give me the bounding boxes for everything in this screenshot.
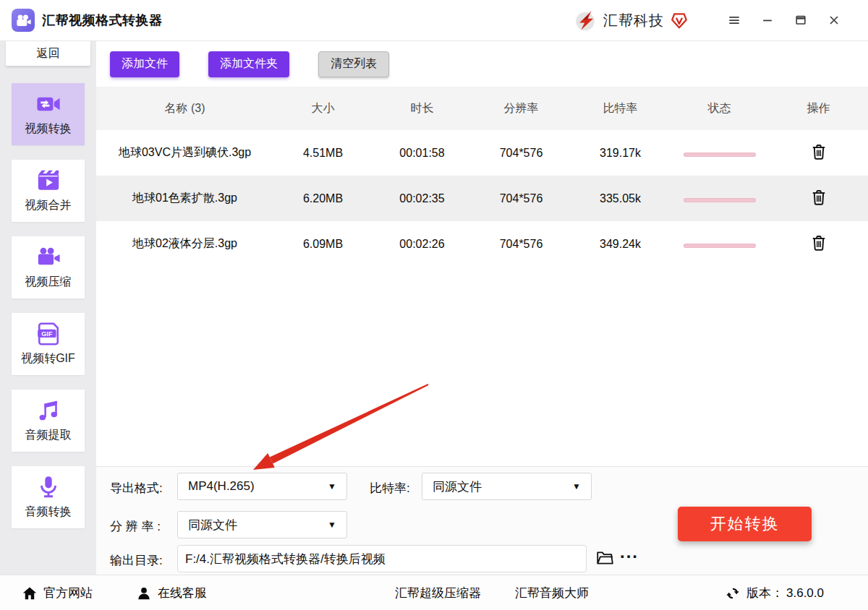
open-folder-icon[interactable] (595, 549, 614, 567)
trash-icon[interactable] (810, 143, 827, 160)
app-title: 汇帮视频格式转换器 (42, 12, 163, 29)
sidebar-item-video-convert[interactable]: 视频转换 (12, 83, 85, 145)
output-dir-label: 输出目录: (110, 552, 163, 569)
gif-file-icon: GIF (36, 322, 61, 346)
progress-bar (684, 244, 756, 248)
app-window: 汇帮视频格式转换器 汇帮科技 (0, 0, 868, 610)
bitrate-dropdown[interactable]: 同源文件 ▼ (422, 473, 592, 500)
sidebar-item-label: 视频转换 (25, 121, 72, 137)
sidebar-item-label: 视频转GIF (21, 351, 75, 366)
add-folder-button[interactable]: 添加文件夹 (208, 51, 289, 77)
start-convert-button[interactable]: 开始转换 (678, 507, 812, 541)
brand-logo-icon (573, 8, 597, 33)
audio-master-link[interactable]: 汇帮音频大师 (515, 575, 589, 610)
titlebar: 汇帮视频格式转换器 汇帮科技 (0, 0, 868, 41)
file-size: 4.51MB (273, 147, 373, 160)
file-resolution: 704*576 (472, 192, 571, 205)
app-logo-icon (12, 9, 35, 32)
file-bitrate: 335.05k (571, 192, 670, 205)
file-bitrate: 349.24k (571, 238, 670, 251)
bitrate-label: 比特率: (370, 480, 410, 497)
column-header: 名称 (3) (96, 101, 273, 116)
file-size: 6.20MB (273, 192, 373, 205)
close-button[interactable] (817, 6, 851, 35)
toolbar: 添加文件 添加文件夹 清空列表 (96, 41, 868, 87)
table-row[interactable]: 地球01色素扩散.3gp6.20MB00:02:35704*576335.05k (96, 176, 868, 221)
file-resolution: 704*576 (472, 238, 571, 251)
clear-list-button[interactable]: 清空列表 (318, 51, 389, 77)
footer: 官方网站 在线客服 汇帮超级压缩器 汇帮音频大师 版本： 3.6.0.0 (0, 575, 868, 610)
file-duration: 00:02:26 (373, 238, 472, 251)
file-duration: 00:01:58 (373, 147, 472, 160)
sidebar: 返回 视频转换视频合并视频压缩GIF视频转GIF音频提取音频转换 (0, 41, 96, 575)
brand-name: 汇帮科技 (603, 11, 664, 30)
official-site-link[interactable]: 官方网站 (22, 575, 93, 610)
svg-text:GIF: GIF (41, 330, 53, 338)
sidebar-item-label: 音频转换 (25, 504, 72, 520)
sidebar-item-label: 音频提取 (25, 428, 72, 443)
version-info[interactable]: 版本： 3.6.0.0 (725, 575, 824, 610)
maximize-button[interactable] (784, 6, 817, 35)
file-table-body: 地球03VC片遇到碘伏.3gp4.51MB00:01:58704*576319.… (96, 130, 868, 267)
column-header: 时长 (373, 101, 472, 116)
conversion-settings-panel: 导出格式: MP4(H.265) ▼ 比特率: 同源文件 ▼ 分 辨 率 : 同… (96, 466, 868, 575)
sidebar-item-audio-convert[interactable]: 音频转换 (12, 466, 85, 528)
file-bitrate: 319.17k (571, 147, 670, 160)
file-duration: 00:02:35 (373, 192, 472, 205)
main-panel: 添加文件 添加文件夹 清空列表 名称 (3)大小时长分辨率比特率状态操作 地球0… (96, 41, 868, 575)
sidebar-item-audio-extract[interactable]: 音频提取 (12, 390, 85, 452)
resolution-label: 分 辨 率 : (110, 518, 161, 535)
online-service-link[interactable]: 在线客服 (136, 575, 207, 610)
add-file-button[interactable]: 添加文件 (110, 51, 179, 77)
refresh-icon (725, 585, 741, 601)
table-row[interactable]: 地球03VC片遇到碘伏.3gp4.51MB00:01:58704*576319.… (96, 130, 868, 176)
progress-bar (684, 152, 756, 157)
home-icon (22, 585, 38, 601)
sidebar-item-video-compress[interactable]: 视频压缩 (12, 236, 85, 298)
file-name: 地球03VC片遇到碘伏.3gp (96, 145, 273, 160)
video-compress-icon (36, 245, 61, 270)
chevron-down-icon: ▼ (572, 481, 581, 491)
trash-icon[interactable] (810, 189, 827, 206)
sidebar-item-label: 视频压缩 (25, 275, 72, 290)
file-name: 地球02液体分层.3gp (96, 236, 273, 252)
table-header: 名称 (3)大小时长分辨率比特率状态操作 (96, 87, 868, 130)
sidebar-item-video-to-gif[interactable]: GIF视频转GIF (12, 313, 85, 375)
chevron-down-icon: ▼ (328, 481, 336, 491)
column-header: 分辨率 (472, 101, 571, 116)
browse-more-button[interactable]: ... (620, 542, 639, 562)
video-convert-icon (36, 92, 61, 116)
version-label: 版本： (746, 585, 783, 601)
person-icon (136, 585, 152, 601)
version-value: 3.6.0.0 (786, 586, 824, 601)
column-header: 状态 (670, 101, 769, 116)
column-header: 操作 (769, 101, 868, 116)
video-merge-icon (36, 168, 61, 193)
resolution-dropdown[interactable]: 同源文件 ▼ (177, 511, 347, 538)
back-button[interactable]: 返回 (6, 41, 90, 66)
music-note-icon (36, 398, 61, 423)
output-dir-field[interactable]: F:/4.汇帮视频格式转换器/转换后视频 (177, 545, 587, 572)
file-size: 6.09MB (273, 238, 373, 251)
sidebar-item-label: 视频合并 (25, 198, 72, 213)
file-name: 地球01色素扩散.3gp (96, 191, 273, 206)
trash-icon[interactable] (810, 234, 827, 252)
column-header: 大小 (273, 101, 373, 116)
sidebar-item-video-merge[interactable]: 视频合并 (12, 160, 85, 222)
file-resolution: 704*576 (472, 147, 571, 160)
export-format-label: 导出格式: (110, 480, 163, 497)
export-format-dropdown[interactable]: MP4(H.265) ▼ (177, 473, 347, 500)
super-compressor-link[interactable]: 汇帮超级压缩器 (395, 575, 481, 610)
brand-badge-icon (670, 11, 689, 30)
microphone-icon (36, 475, 61, 499)
sidebar-nav: 视频转换视频合并视频压缩GIF视频转GIF音频提取音频转换 (0, 83, 96, 528)
minimize-button[interactable] (751, 6, 784, 35)
chevron-down-icon: ▼ (328, 520, 336, 530)
progress-bar (684, 198, 756, 202)
column-header: 比特率 (571, 101, 670, 116)
table-row[interactable]: 地球02液体分层.3gp6.09MB00:02:26704*576349.24k (96, 221, 868, 267)
menu-icon[interactable] (718, 6, 751, 35)
